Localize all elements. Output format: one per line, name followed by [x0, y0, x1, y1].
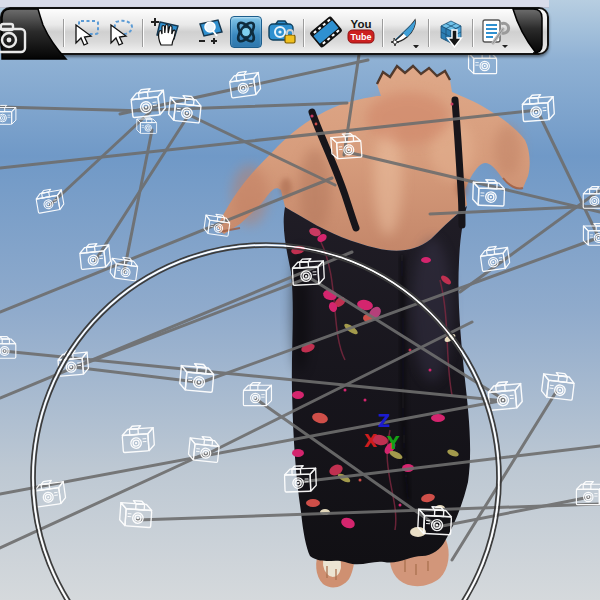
toolbar-separator — [472, 19, 473, 47]
document-settings-button[interactable] — [479, 16, 511, 48]
orbit-icon — [231, 17, 261, 47]
create-video-button[interactable] — [309, 16, 341, 48]
pan-hand-icon — [148, 16, 180, 48]
mesh-export-cube-icon — [435, 16, 467, 48]
select-rectangle-icon — [70, 16, 102, 48]
select-rectangle-button[interactable] — [70, 16, 102, 48]
scene-canvas: Z X Y — [0, 0, 600, 600]
toolbar-separator — [303, 19, 304, 47]
3d-viewport[interactable]: Z X Y — [0, 0, 600, 600]
select-lasso-icon — [104, 16, 136, 48]
document-wrench-icon — [479, 16, 511, 48]
orbit-button[interactable] — [230, 16, 262, 48]
toolbar-separator — [142, 19, 143, 47]
pan-button[interactable] — [148, 16, 180, 48]
youtube-share-button[interactable]: You Tube — [345, 16, 377, 48]
zoom-magnifier-icon — [192, 16, 224, 48]
camera-lock-button[interactable] — [266, 16, 298, 48]
youtube-tube-label: Tube — [351, 32, 372, 42]
axis-z-label: Z — [378, 411, 390, 431]
youtube-share-icon: You Tube — [345, 16, 377, 48]
axis-x-label: X — [364, 431, 377, 451]
app-camera-logo-icon — [0, 8, 68, 60]
toolbar-separator — [428, 19, 429, 47]
feather-edit-icon — [389, 16, 421, 48]
application-window: Z X Y — [0, 0, 600, 600]
toolbar-separator — [63, 19, 64, 47]
main-toolbar: You Tube — [0, 7, 549, 55]
select-lasso-button[interactable] — [104, 16, 136, 48]
toolbar-separator — [382, 19, 383, 47]
axis-y-label: Y — [386, 433, 400, 453]
toolbar-right-cap — [507, 8, 547, 54]
feather-edit-button[interactable] — [389, 16, 421, 48]
create-video-film-icon — [309, 16, 343, 48]
zoom-button[interactable] — [192, 16, 224, 48]
mesh-export-button[interactable] — [435, 16, 467, 48]
camera-lock-icon — [266, 16, 298, 48]
youtube-you-label: You — [351, 18, 372, 30]
